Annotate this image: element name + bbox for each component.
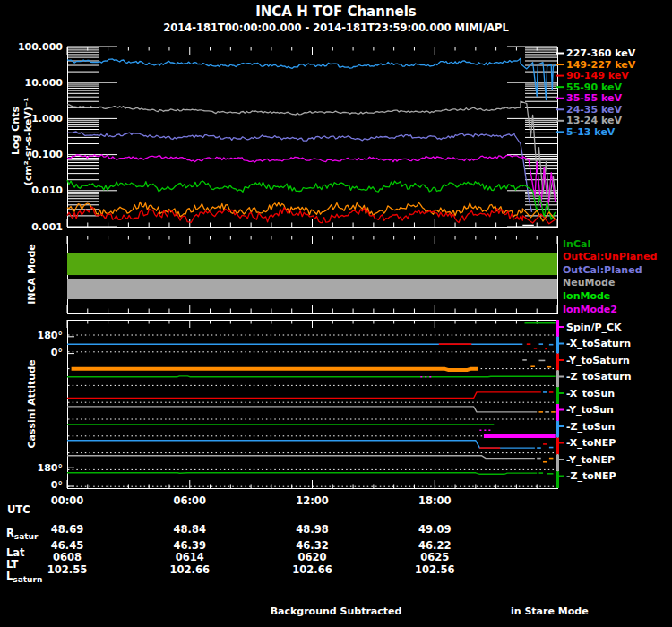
inca-plot-screen: INCA H TOF Channels 2014-181T00:00:00.00…	[0, 0, 672, 627]
angle-tick-label: 0°	[0, 480, 63, 490]
ephemeris-row-label: LT	[6, 560, 18, 571]
legend-item-attitude: -Y_toNEP	[566, 455, 615, 465]
legend-item-attitude: -Y_toSun	[566, 405, 614, 415]
ephemeris-value: 0614	[150, 553, 230, 563]
legend-item-attitude: -Y_toSaturn	[566, 356, 630, 365]
ephemeris-row-label: Lat	[6, 548, 25, 559]
ephemeris-value: 46.45	[27, 541, 108, 552]
legend-item-attitude: -Z_toSun	[566, 422, 615, 432]
ephemeris-value: 102.56	[394, 565, 475, 576]
legend-item-tof: 13-24 keV	[566, 116, 622, 125]
utc-column-header: 18:00	[394, 496, 475, 507]
legend-item-attitude: -X_toSun	[566, 389, 615, 399]
footer-note-right: in Stare Mode	[511, 606, 589, 616]
legend-item-attitude: -Z_toSaturn	[566, 372, 632, 382]
ephemeris-value: 48.98	[272, 525, 353, 536]
legend-item-tof: 55-90 keV	[566, 82, 622, 92]
y-tick-label: 0.001	[0, 222, 63, 232]
legend-item-mode: NeuMode	[563, 278, 615, 288]
ephemeris-value: 46.39	[150, 541, 230, 552]
y-tick-label: 10.000	[0, 78, 63, 88]
ephemeris-value: 102.66	[272, 565, 353, 576]
angle-tick-label: 0°	[0, 348, 63, 357]
legend-item-mode: OutCal:UnPlaned	[563, 252, 657, 262]
ephemeris-value: 102.55	[27, 565, 108, 576]
ephemeris-value: 0625	[394, 553, 475, 563]
text-overlay: 100.00010.0001.0000.1000.0100.001227-360…	[0, 0, 672, 627]
legend-item-tof: 149-227 keV	[566, 60, 635, 70]
ephemeris-value: 46.32	[272, 541, 353, 552]
legend-item-mode: InCal	[563, 239, 590, 249]
y-tick-label: 0.010	[0, 185, 63, 195]
legend-item-attitude: -X_toSaturn	[566, 339, 631, 348]
legend-item-tof: 35-55 keV	[566, 93, 622, 103]
y-tick-label: 100.000	[0, 42, 63, 52]
ephemeris-value: 46.22	[394, 541, 475, 552]
ephemeris-value: 48.69	[27, 525, 108, 536]
angle-tick-label: 180°	[0, 331, 63, 340]
y-tick-label: 0.100	[0, 150, 63, 159]
angle-tick-label: 180°	[0, 463, 63, 473]
ephemeris-value: 102.66	[150, 565, 230, 576]
utc-column-header: 12:00	[272, 496, 353, 507]
y-tick-label: 1.000	[0, 114, 63, 124]
legend-item-attitude: -Z_toNEP	[566, 471, 616, 481]
utc-column-header: 00:00	[27, 496, 108, 507]
legend-item-attitude: Spin/P_CK	[566, 322, 622, 332]
legend-item-mode: IonMode2	[563, 305, 617, 314]
legend-item-tof: 227-360 keV	[566, 48, 635, 58]
legend-item-mode: IonMode	[563, 291, 610, 301]
ephemeris-value: 0608	[27, 553, 108, 563]
ephemeris-value: 48.84	[150, 525, 230, 536]
ephemeris-value: 49.09	[394, 525, 475, 536]
legend-item-tof: 5-13 keV	[566, 127, 615, 137]
legend-item-tof: 90-149 keV	[566, 71, 629, 81]
legend-item-tof: 24-35 keV	[566, 105, 622, 115]
legend-item-attitude: -X_toNEP	[566, 438, 616, 448]
utc-row-label: UTC	[7, 505, 30, 516]
utc-column-header: 06:00	[150, 496, 230, 507]
ephemeris-value: 0620	[272, 553, 353, 563]
legend-item-mode: OutCal:Planed	[563, 265, 642, 275]
